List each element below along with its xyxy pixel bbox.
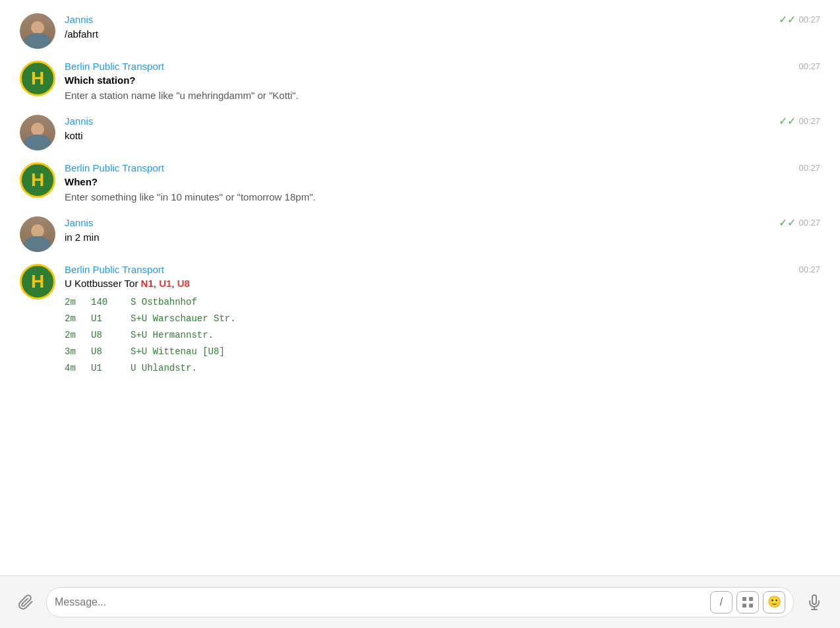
message-input-wrapper: / 🙂 xyxy=(46,587,794,617)
emoji-icon: 🙂 xyxy=(767,595,781,609)
sender-jannis-2: Jannis xyxy=(65,115,93,127)
mic-button[interactable] xyxy=(802,590,827,615)
slash-icon: / xyxy=(720,596,723,608)
svg-rect-2 xyxy=(742,604,746,608)
avatar-bot-2: H xyxy=(20,162,55,198)
read-check-5: ✓✓ xyxy=(779,216,796,229)
message-header-4: Berlin Public Transport 00:27 xyxy=(65,162,820,173)
svg-rect-3 xyxy=(749,604,753,608)
dep-row-1: 2m 140 S Ostbahnhof xyxy=(65,294,820,311)
bold-text-4: When? xyxy=(65,176,98,187)
message-text-2: Which station? Enter a station name like… xyxy=(65,73,820,103)
avatar-bot-1: H xyxy=(20,61,55,96)
message-text-5: in 2 min xyxy=(65,230,820,245)
badge-u1: U1 xyxy=(159,278,171,289)
sender-bot-3: Berlin Public Transport xyxy=(65,264,164,275)
avatar-jannis-3 xyxy=(20,216,55,252)
message-text-1: /abfahrt xyxy=(65,27,820,42)
svg-rect-0 xyxy=(742,597,746,601)
dep-row-4: 3m U8 S+U Wittenau [U8] xyxy=(65,344,820,360)
sender-bot-1: Berlin Public Transport xyxy=(65,61,164,72)
message-input[interactable] xyxy=(55,596,710,608)
svg-rect-1 xyxy=(749,597,753,601)
attach-button[interactable] xyxy=(13,590,38,615)
message-group-5: Jannis ✓✓ 00:27 in 2 min xyxy=(20,216,820,252)
timestamp-4: 00:27 xyxy=(798,163,820,173)
avatar-bot-3: H xyxy=(20,264,55,299)
bold-text-2: Which station? xyxy=(65,75,136,86)
message-content-3: Jannis ✓✓ 00:27 kotti xyxy=(65,115,820,144)
timestamp-6: 00:27 xyxy=(798,265,820,274)
sender-bot-2: Berlin Public Transport xyxy=(65,162,164,173)
badge-u8: U8 xyxy=(177,278,190,289)
dep-row-2: 2m U1 S+U Warschauer Str. xyxy=(65,311,820,327)
dep-row-5: 4m U1 U Uhlandstr. xyxy=(65,360,820,377)
message-group-1: Jannis ✓✓ 00:27 /abfahrt xyxy=(20,13,820,49)
grid-button[interactable] xyxy=(736,591,759,613)
departure-table: 2m 140 S Ostbahnhof 2m U1 S+U Warschauer… xyxy=(65,294,820,377)
timestamp-2: 00:27 xyxy=(798,61,820,71)
message-header-1: Jannis ✓✓ 00:27 xyxy=(65,13,820,26)
message-group-4: H Berlin Public Transport 00:27 When? En… xyxy=(20,162,820,204)
dep-row-3: 2m U8 S+U Hermannstr. xyxy=(65,327,820,344)
message-text-3: kotti xyxy=(65,129,820,144)
avatar-jannis-2 xyxy=(20,115,55,150)
bottom-bar: / 🙂 xyxy=(0,575,840,628)
mic-icon xyxy=(806,594,822,610)
avatar-jannis-1 xyxy=(20,13,55,49)
badge-n1: N1 xyxy=(141,278,154,289)
timestamp-3: ✓✓ 00:27 xyxy=(779,115,820,127)
message-group-6: H Berlin Public Transport 00:27 U Kottbu… xyxy=(20,264,820,377)
chat-area: Jannis ✓✓ 00:27 /abfahrt H Berlin Public… xyxy=(0,0,840,575)
message-header-6: Berlin Public Transport 00:27 xyxy=(65,264,820,275)
input-right-actions: / 🙂 xyxy=(710,591,785,613)
message-header-5: Jannis ✓✓ 00:27 xyxy=(65,216,820,229)
timestamp-5: ✓✓ 00:27 xyxy=(779,216,820,229)
read-check-1: ✓✓ xyxy=(779,13,796,26)
grid-icon xyxy=(742,596,754,608)
message-header-2: Berlin Public Transport 00:27 xyxy=(65,61,820,72)
message-content-2: Berlin Public Transport 00:27 Which stat… xyxy=(65,61,820,103)
message-text-4: When? Enter something like "in 10 minute… xyxy=(65,175,820,204)
sub-text-4: Enter something like "in 10 minutes" or … xyxy=(65,191,316,203)
sub-text-2: Enter a station name like "u mehringdamm… xyxy=(65,90,299,101)
timestamp-1: ✓✓ 00:27 xyxy=(779,13,820,26)
sender-jannis-3: Jannis xyxy=(65,217,93,228)
emoji-button[interactable]: 🙂 xyxy=(763,591,785,613)
message-group-3: Jannis ✓✓ 00:27 kotti xyxy=(20,115,820,150)
message-text-6: U Kottbusser Tor N1, U1, U8 2m 140 S Ost… xyxy=(65,276,820,377)
slash-button[interactable]: / xyxy=(710,591,733,613)
read-check-3: ✓✓ xyxy=(779,115,796,127)
message-group-2: H Berlin Public Transport 00:27 Which st… xyxy=(20,61,820,103)
message-content-4: Berlin Public Transport 00:27 When? Ente… xyxy=(65,162,820,204)
message-header-3: Jannis ✓✓ 00:27 xyxy=(65,115,820,127)
message-content-5: Jannis ✓✓ 00:27 in 2 min xyxy=(65,216,820,245)
sender-jannis-1: Jannis xyxy=(65,14,93,25)
message-content-1: Jannis ✓✓ 00:27 /abfahrt xyxy=(65,13,820,42)
station-name: U Kottbusser Tor xyxy=(65,278,141,289)
message-content-6: Berlin Public Transport 00:27 U Kottbuss… xyxy=(65,264,820,377)
